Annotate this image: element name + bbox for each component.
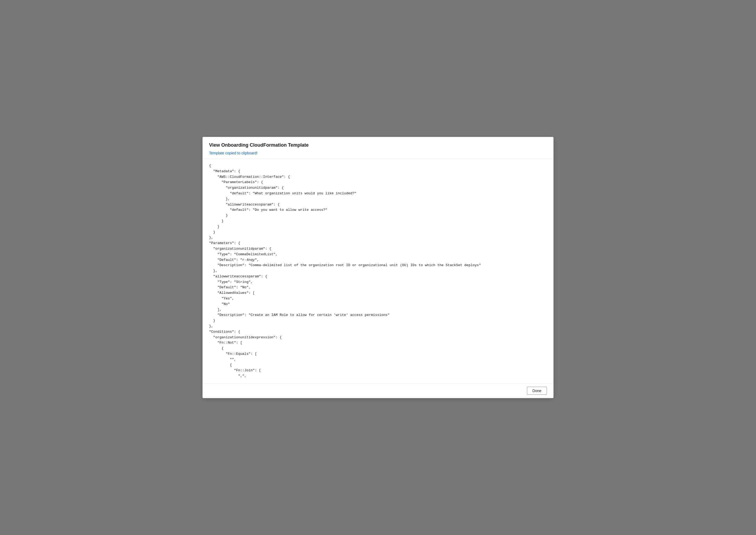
clipboard-notice-link[interactable]: Template copied to clipboard! <box>209 151 257 155</box>
modal-dialog: View Onboarding CloudFormation Template … <box>202 137 554 398</box>
modal-header: View Onboarding CloudFormation Template … <box>203 137 553 159</box>
modal-body: { "Metadata": { "AWS::CloudFormation::In… <box>203 159 553 383</box>
modal-title: View Onboarding CloudFormation Template <box>209 142 547 148</box>
template-code-block: { "Metadata": { "AWS::CloudFormation::In… <box>209 163 547 379</box>
modal-overlay: View Onboarding CloudFormation Template … <box>0 0 756 535</box>
modal-footer: Done <box>203 383 553 398</box>
done-button[interactable]: Done <box>527 387 547 395</box>
